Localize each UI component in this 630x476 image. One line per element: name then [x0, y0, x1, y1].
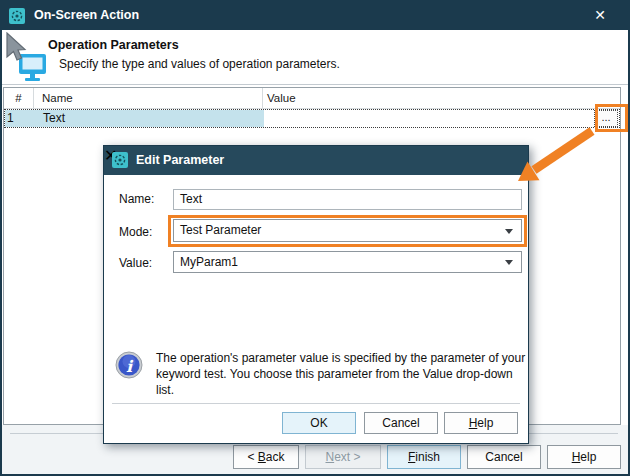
wizard-header: Operation Parameters Specify the type an… [2, 30, 628, 85]
page-title: Operation Parameters [48, 38, 179, 52]
column-header-value[interactable]: Value [263, 88, 620, 108]
app-icon [9, 8, 25, 24]
row-name-cell[interactable]: Text [35, 110, 264, 127]
info-icon: i [115, 351, 143, 379]
column-header-num[interactable]: # [4, 88, 34, 108]
chevron-down-icon[interactable] [505, 260, 513, 265]
cancel-button[interactable]: Cancel [467, 445, 541, 469]
ok-button[interactable]: OK [282, 412, 356, 434]
edit-parameter-dialog: Edit Parameter ✕ Name: Text Mode: Test P… [103, 145, 529, 444]
close-icon[interactable]: ✕ [594, 7, 606, 23]
info-line-1: The operation's parameter value is speci… [156, 350, 528, 366]
cancel-button[interactable]: Cancel [364, 412, 438, 434]
table-row[interactable]: 1 Text ... [4, 109, 620, 128]
info-line-2: keyword test. You choose this parameter … [156, 366, 528, 398]
row-value-cell[interactable] [264, 110, 619, 127]
ellipsis-button[interactable]: ... [594, 110, 618, 127]
next-button: Next > [305, 445, 381, 469]
edit-dialog-titlebar: Edit Parameter ✕ [104, 146, 528, 175]
page-subtitle: Specify the type and values of operation… [59, 57, 340, 71]
window-title: On-Screen Action [34, 8, 139, 22]
on-screen-action-dialog: On-Screen Action ✕ Operation Parameters … [0, 0, 630, 476]
value-dropdown[interactable]: MyParam1 [173, 251, 522, 273]
mode-dropdown[interactable]: Test Parameter [173, 219, 522, 242]
mode-label: Mode: [119, 225, 152, 239]
finish-button[interactable]: Finish [387, 445, 461, 469]
edit-dialog-title: Edit Parameter [136, 153, 224, 167]
main-titlebar: On-Screen Action ✕ [2, 2, 628, 30]
help-button[interactable]: Help [444, 412, 518, 434]
name-label: Name: [119, 192, 154, 206]
table-header-row: # Name Value [4, 88, 620, 109]
name-field[interactable]: Text [173, 189, 522, 210]
edit-dialog-divider [112, 403, 520, 404]
row-number-cell[interactable]: 1 [5, 110, 35, 127]
help-button[interactable]: Help [547, 445, 621, 469]
column-header-name[interactable]: Name [34, 88, 263, 108]
info-message: The operation's parameter value is speci… [156, 350, 528, 398]
chevron-down-icon[interactable] [505, 229, 513, 234]
value-label: Value: [119, 256, 152, 270]
back-button[interactable]: < Back [233, 445, 299, 469]
app-icon [112, 152, 128, 168]
